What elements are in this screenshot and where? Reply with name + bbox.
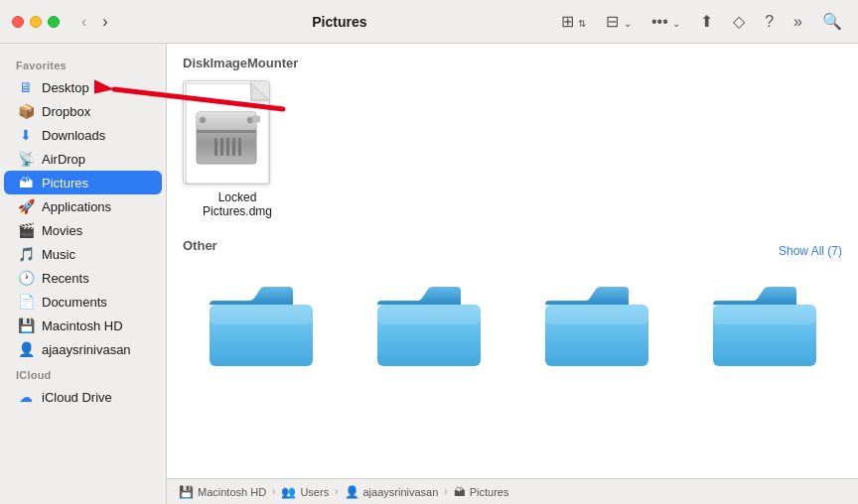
sidebar-item-airdrop[interactable]: 📡 AirDrop	[4, 147, 162, 171]
sidebar-item-label: Documents	[42, 295, 107, 310]
music-icon: 🎵	[18, 246, 34, 262]
sidebar-item-label: Pictures	[42, 176, 88, 190]
dmg-item[interactable]: Locked Pictures.dmg	[183, 80, 292, 218]
gallery-view-button[interactable]: ⊟ ⌄	[602, 10, 635, 33]
sidebar-item-label: ajaaysrinivasan	[42, 342, 131, 357]
list-item[interactable]	[183, 273, 339, 372]
sidebar-item-label: iCloud Drive	[42, 390, 112, 405]
breadcrumb-label: Macintosh HD	[198, 486, 266, 498]
svg-rect-22	[545, 305, 648, 324]
svg-rect-20	[377, 305, 481, 324]
macintosh-hd-icon: 💾	[18, 317, 34, 333]
sidebar-item-label: Dropbox	[42, 104, 90, 119]
list-item[interactable]	[518, 273, 674, 372]
sidebar-item-music[interactable]: 🎵 Music	[4, 242, 162, 266]
show-all-button[interactable]: Show All (7)	[779, 244, 842, 258]
sidebar-item-desktop[interactable]: 🖥 Desktop	[4, 75, 162, 99]
other-section-header: Other Show All (7)	[183, 238, 842, 263]
help-button[interactable]: ?	[761, 11, 778, 33]
sidebar-item-downloads[interactable]: ⬇ Downloads	[4, 123, 162, 147]
breadcrumb-pictures[interactable]: 🏔 Pictures	[454, 485, 509, 499]
chevron-icon-small: ⌄	[624, 18, 632, 29]
sidebar-item-label: Movies	[42, 223, 82, 238]
sidebar-item-dropbox[interactable]: 📦 Dropbox	[4, 99, 162, 123]
sidebar-item-pictures[interactable]: 🏔 Pictures	[4, 171, 162, 194]
toolbar-right: ⊞ ⇅ ⊟ ⌄ ••• ⌄ ⬆ ◇ ? » 🔍	[557, 10, 846, 33]
search-icon: 🔍	[822, 13, 842, 30]
minimize-button[interactable]	[30, 16, 42, 28]
desktop-icon: 🖥	[18, 79, 34, 95]
breadcrumb-macintosh-hd[interactable]: 💾 Macintosh HD	[179, 485, 266, 499]
sidebar-item-recents[interactable]: 🕐 Recents	[4, 266, 162, 290]
nav-buttons: ‹ ›	[75, 11, 114, 33]
sidebar-item-label: Music	[42, 247, 75, 262]
folder-icon	[202, 273, 321, 372]
share-icon: ⬆	[700, 13, 713, 30]
svg-rect-2	[197, 130, 256, 133]
grid-view-icon: ⊞	[561, 13, 574, 30]
svg-rect-18	[210, 305, 313, 324]
svg-rect-24	[713, 305, 816, 324]
sidebar-item-movies[interactable]: 🎬 Movies	[4, 218, 162, 242]
svg-rect-4	[220, 138, 223, 156]
back-button[interactable]: ‹	[75, 11, 92, 33]
sidebar-item-label: Desktop	[42, 80, 89, 95]
breadcrumb-label: ajaaysrinivasan	[363, 486, 439, 498]
tag-button[interactable]: ◇	[729, 10, 749, 33]
sidebar-item-macintosh-hd[interactable]: 💾 Macintosh HD	[4, 314, 162, 337]
icloud-label: iCloud	[0, 361, 166, 385]
chevron-right-double-icon: »	[793, 13, 802, 30]
breadcrumb-separator-1: ›	[272, 486, 275, 497]
sidebar-item-documents[interactable]: 📄 Documents	[4, 290, 162, 314]
breadcrumb-separator-2: ›	[335, 486, 338, 497]
breadcrumb-label: Pictures	[470, 486, 509, 498]
main-layout: Favorites 🖥 Desktop 📦 Dropbox ⬇ Download…	[0, 44, 858, 504]
other-section: Other Show All (7)	[183, 238, 842, 372]
sidebar: Favorites 🖥 Desktop 📦 Dropbox ⬇ Download…	[0, 44, 167, 504]
svg-rect-14	[252, 116, 260, 122]
hdd-svg	[193, 108, 260, 168]
airdrop-icon: 📡	[18, 151, 34, 167]
view-toggle-button[interactable]: ⊞ ⇅	[557, 10, 590, 33]
chevron-up-down-icon: ⇅	[578, 18, 586, 29]
icloud-drive-icon: ☁	[18, 389, 34, 405]
breadcrumb-user[interactable]: 👤 ajaaysrinivasan	[345, 485, 439, 499]
hd-icon: 💾	[179, 485, 194, 499]
svg-rect-7	[238, 138, 241, 156]
applications-icon: 🚀	[18, 198, 34, 214]
hdd-visual	[193, 108, 260, 172]
sidebar-item-user[interactable]: 👤 ajaaysrinivasan	[4, 337, 162, 361]
svg-rect-3	[214, 138, 217, 156]
disk-section-title: DiskImageMounter	[183, 56, 842, 70]
window-title: Pictures	[122, 14, 557, 30]
breadcrumb-separator-3: ›	[444, 486, 447, 497]
sidebar-item-icloud-drive[interactable]: ☁ iCloud Drive	[4, 385, 162, 409]
svg-rect-5	[226, 138, 229, 156]
maximize-button[interactable]	[48, 16, 60, 28]
search-button[interactable]: 🔍	[818, 10, 846, 33]
list-item[interactable]	[686, 273, 842, 372]
user-breadcrumb-icon: 👤	[345, 485, 359, 499]
extend-button[interactable]: »	[789, 11, 806, 33]
content-scroll: DiskImageMounter	[167, 44, 858, 478]
gallery-icon: ⊟	[606, 13, 619, 30]
close-button[interactable]	[12, 16, 24, 28]
breadcrumb-label: Users	[300, 486, 329, 498]
sidebar-item-label: Recents	[42, 271, 89, 286]
dmg-file-label: Locked Pictures.dmg	[183, 190, 292, 218]
breadcrumb-users[interactable]: 👥 Users	[281, 485, 329, 499]
sidebar-item-applications[interactable]: 🚀 Applications	[4, 194, 162, 218]
more-options-button[interactable]: ••• ⌄	[647, 11, 684, 33]
folder-icon	[705, 273, 824, 372]
user-icon: 👤	[18, 341, 34, 357]
favorites-label: Favorites	[0, 52, 166, 75]
recents-icon: 🕐	[18, 270, 34, 286]
dmg-file-icon	[183, 80, 270, 185]
list-item[interactable]	[351, 273, 506, 372]
forward-button[interactable]: ›	[96, 11, 113, 33]
traffic-lights	[12, 16, 60, 28]
content-area: DiskImageMounter	[167, 44, 858, 504]
pictures-icon: 🏔	[18, 175, 34, 190]
share-button[interactable]: ⬆	[696, 10, 717, 33]
users-icon: 👥	[281, 485, 296, 499]
